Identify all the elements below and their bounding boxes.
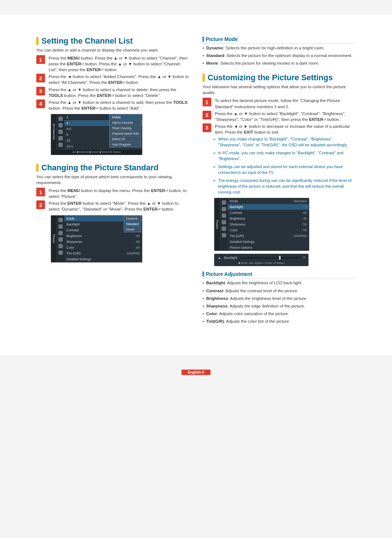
osd-mode-popup: DynamicStandardMovie bbox=[124, 216, 142, 232]
osd-row: Detailed Settings bbox=[64, 256, 142, 262]
popup-item: Channel Name Edit bbox=[110, 131, 141, 136]
popup-item: Timer Viewing bbox=[110, 126, 141, 131]
note: In PC mode, you can only make changes to… bbox=[213, 150, 356, 162]
step: 1Press the MENU button. Press the ▲ or ▼… bbox=[36, 55, 189, 73]
notes-list: When you make changes to "Backlight", "C… bbox=[213, 136, 356, 195]
section-intro: You can select the type of picture which… bbox=[36, 174, 189, 186]
section-intro: Your television has several setting opti… bbox=[203, 84, 356, 95]
list-item: Contrast: Adjusts the contrast level of … bbox=[203, 288, 356, 294]
slider-label: Backlight bbox=[224, 256, 237, 260]
list-item: Standard: Selects the picture for the op… bbox=[203, 53, 356, 58]
section-title: Customizing the Picture Settings bbox=[203, 73, 356, 82]
step-number: 4 bbox=[36, 99, 45, 108]
slider-value: 7 bbox=[303, 256, 305, 260]
osd-icon-column bbox=[57, 114, 64, 149]
osd-picture-settings: Picture Mode: StandardBacklight: 7Contra… bbox=[214, 198, 309, 251]
step-text: Press the ▲ or ▼ button to select a chan… bbox=[49, 99, 189, 111]
subsection-title: Picture Mode bbox=[203, 36, 356, 44]
note: The energy consumed during use can be si… bbox=[213, 178, 356, 195]
slider-bar bbox=[240, 257, 300, 258]
section-intro: You can delete or add a channel to displ… bbox=[36, 47, 189, 53]
changing-picture-standard: Changing the Picture Standard You can se… bbox=[36, 163, 189, 265]
osd-row: Tint (G/R): G50/R50 bbox=[228, 233, 309, 239]
list-item: Tint(G/R): Adjusts the color tint of the… bbox=[203, 318, 356, 324]
picture-mode-list: Dynamic: Selects the picture for high-de… bbox=[203, 45, 356, 66]
step-number: 1 bbox=[203, 98, 211, 106]
right-column: Picture Mode Dynamic: Selects the pictur… bbox=[203, 36, 356, 326]
osd-side-tab: Picture bbox=[51, 216, 57, 262]
slider-footer: ◆ Move ◄► Adjust ⏎ Enter ↺ Return bbox=[214, 260, 309, 265]
osd-row: Brightness: 45 bbox=[64, 233, 142, 239]
osd-icon-column bbox=[220, 198, 228, 250]
list-item: Backlight: Adjusts the brightness of LCD… bbox=[203, 280, 356, 286]
osd-context-menu: DeleteAdd to FavoriteTimer ViewingChanne… bbox=[109, 114, 141, 147]
picture-adjustment-list: Backlight: Adjusts the brightness of LCD… bbox=[203, 280, 356, 324]
section-title: Changing the Picture Standard bbox=[36, 163, 189, 172]
step-text: To select the desired picture mode, foll… bbox=[215, 98, 356, 109]
step-number: 3 bbox=[203, 123, 211, 132]
step-number: 2 bbox=[203, 111, 211, 119]
popup-item: Auto Program bbox=[110, 142, 141, 147]
osd-rows: ModeBacklightContrastBrightness: 45Sharp… bbox=[64, 216, 142, 262]
setting-channel-list: Setting the Channel List You can delete … bbox=[36, 36, 189, 158]
step: 2Press the ◄ button to select "Added Cha… bbox=[36, 74, 189, 85]
step: 4Press the ▲ or ▼ button to select a cha… bbox=[36, 99, 189, 111]
note: When you make changes to "Backlight", "C… bbox=[213, 136, 356, 148]
popup-item: Delete bbox=[110, 115, 141, 120]
step-number: 3 bbox=[36, 87, 45, 95]
osd-row: Sharpness: 50 bbox=[228, 221, 309, 227]
osd-rows: Mode: StandardBacklight: 7Contrast: 95Br… bbox=[228, 198, 309, 250]
step-number: 2 bbox=[36, 74, 45, 82]
osd-icon-column bbox=[57, 216, 64, 262]
osd-channel-list: All Channels 2Air4Air4-2♥ TV #68Air13Air… bbox=[51, 114, 142, 155]
osd-row: Brightness: 45 bbox=[228, 216, 309, 221]
step-text: Press the ENTER button to select "Mode".… bbox=[49, 200, 189, 212]
page-number: English-9 bbox=[181, 370, 211, 375]
note: Settings can be adjusted and stored for … bbox=[213, 164, 356, 176]
popup-item: Dynamic bbox=[124, 216, 141, 221]
picture-mode-sub: Picture Mode Dynamic: Selects the pictur… bbox=[203, 36, 356, 68]
step: 1Press the MENU button to display the me… bbox=[36, 188, 189, 199]
step-number: 1 bbox=[36, 55, 45, 64]
left-column: Setting the Channel List You can delete … bbox=[36, 36, 189, 326]
osd-row: Color: 50 bbox=[228, 227, 309, 233]
subsection-title: Picture Adjustment bbox=[203, 271, 356, 278]
osd-row: Picture Options bbox=[228, 245, 309, 250]
list-item: Color: Adjusts color saturation of the p… bbox=[203, 311, 356, 317]
manual-page: Setting the Channel List You can delete … bbox=[0, 15, 392, 355]
osd-side-tab: All Channels bbox=[51, 114, 57, 149]
step-number: 2 bbox=[36, 200, 45, 209]
step: 2Press the ▲ or ▼ button to select "Back… bbox=[203, 111, 356, 122]
customizing-picture-settings: Customizing the Picture Settings Your te… bbox=[203, 73, 356, 266]
step-text: Press the ◄ button to select "Added Chan… bbox=[49, 74, 189, 85]
step: 3Press the ▲ or ▼ button to select a cha… bbox=[36, 87, 189, 98]
popup-item: Standard bbox=[124, 221, 141, 227]
osd-row: Contrast: 95 bbox=[228, 210, 309, 216]
osd-row: Color: 50 bbox=[64, 245, 142, 250]
picture-adjustment-sub: Picture Adjustment Backlight: Adjusts th… bbox=[203, 271, 356, 326]
step-text: Press the MENU button to display the men… bbox=[49, 188, 189, 199]
popup-item: Select All bbox=[110, 136, 141, 142]
osd-row: Mode: Standard bbox=[228, 198, 309, 204]
section-title: Setting the Channel List bbox=[36, 36, 189, 46]
step: 2Press the ENTER button to select "Mode"… bbox=[36, 200, 189, 212]
step-text: Press the ◄ or ► button to decrease or i… bbox=[215, 123, 356, 135]
osd-picture-mode: Picture ModeBacklightContrastBrightness:… bbox=[51, 215, 142, 262]
osd-rows: 2Air4Air4-2♥ TV #68Air13Air13-1♥ TV #3 A… bbox=[64, 114, 142, 149]
osd-row: Backlight: 7 bbox=[228, 204, 309, 210]
list-item: Sharpness: Adjusts the edge definition o… bbox=[203, 303, 356, 309]
step-text: Press the ▲ or ▼ button to select a chan… bbox=[49, 87, 189, 98]
osd-backlight-slider: ▲Backlight7 ◆ Move ◄► Adjust ⏎ Enter ↺ R… bbox=[214, 254, 309, 266]
osd-side-tab: Picture bbox=[215, 198, 220, 250]
osd-row: Sharpness: 50 bbox=[64, 239, 142, 245]
step: 3Press the ◄ or ► button to decrease or … bbox=[203, 123, 356, 135]
popup-item: Movie bbox=[124, 227, 141, 232]
step-text: Press the ▲ or ▼ button to select "Backl… bbox=[215, 111, 356, 122]
popup-item: Add to Favorite bbox=[110, 120, 141, 126]
step-text: Press the MENU button. Press the ▲ or ▼ … bbox=[49, 55, 189, 73]
list-item: Dynamic: Selects the picture for high-de… bbox=[203, 45, 356, 51]
list-item: Brightness: Adjusts the brightness level… bbox=[203, 296, 356, 301]
step-number: 1 bbox=[36, 188, 45, 196]
osd-row: Detailed Settings bbox=[228, 239, 309, 245]
osd-row: Tint (G/R): G50/R50 bbox=[64, 250, 142, 256]
